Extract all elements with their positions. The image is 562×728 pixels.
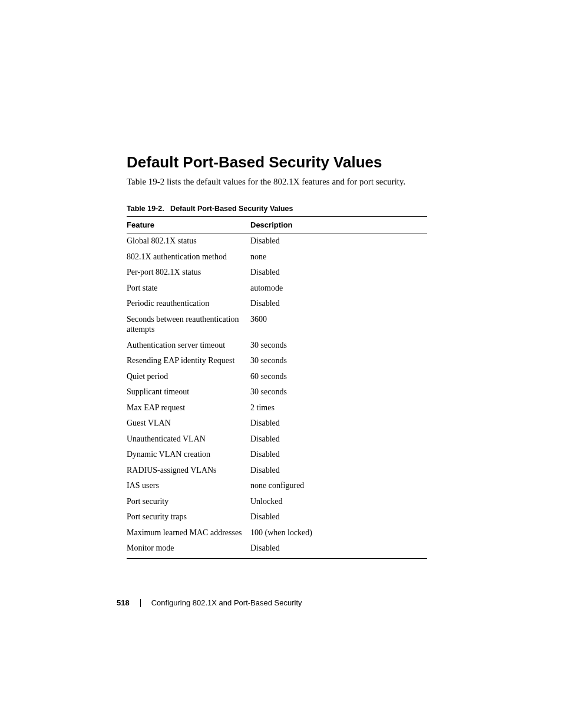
cell-description: Disabled <box>250 416 427 431</box>
table-row: IAS usersnone configured <box>127 478 427 494</box>
table-row: Guest VLANDisabled <box>127 416 427 431</box>
security-values-table: Feature Description Global 802.1X status… <box>127 216 427 559</box>
cell-description: Unlocked <box>250 493 427 509</box>
cell-feature: Periodic reauthentication <box>127 296 250 312</box>
cell-description: Disabled <box>250 431 427 447</box>
cell-feature: RADIUS-assigned VLANs <box>127 462 250 478</box>
table-row: Port securityUnlocked <box>127 493 427 509</box>
table-row: Unauthenticated VLANDisabled <box>127 431 427 447</box>
table-row: Supplicant timeout30 seconds <box>127 384 427 400</box>
intro-paragraph: Table 19-2 lists the default values for … <box>127 176 435 188</box>
cell-description: Disabled <box>250 233 427 249</box>
cell-feature: Monitor mode <box>127 541 250 559</box>
cell-feature: Port security <box>127 493 250 509</box>
table-row: 802.1X authentication methodnone <box>127 249 427 265</box>
cell-description: 60 seconds <box>250 368 427 384</box>
cell-feature: Resending EAP identity Request <box>127 353 250 369</box>
table-row: Maximum learned MAC addresses100 (when l… <box>127 525 427 541</box>
table-row: Resending EAP identity Request30 seconds <box>127 353 427 369</box>
cell-description: automode <box>250 280 427 296</box>
cell-feature: Max EAP request <box>127 400 250 416</box>
cell-description: 3600 <box>250 311 427 337</box>
cell-feature: Per-port 802.1X status <box>127 265 250 281</box>
table-caption-title: Default Port-Based Security Values <box>170 205 293 213</box>
table-caption: Table 19-2. Default Port-Based Security … <box>127 205 435 213</box>
cell-feature: Seconds between reauthentication attempt… <box>127 311 250 337</box>
cell-feature: 802.1X authentication method <box>127 249 250 265</box>
cell-description: 30 seconds <box>250 384 427 400</box>
cell-feature: Port state <box>127 280 250 296</box>
table-row: Monitor modeDisabled <box>127 541 427 559</box>
cell-description: none <box>250 249 427 265</box>
table-row: Quiet period60 seconds <box>127 368 427 384</box>
column-header-feature: Feature <box>127 216 250 233</box>
cell-feature: Maximum learned MAC addresses <box>127 525 250 541</box>
cell-description: 2 times <box>250 400 427 416</box>
cell-description: Disabled <box>250 541 427 559</box>
cell-feature: Dynamic VLAN creation <box>127 447 250 463</box>
table-header-row: Feature Description <box>127 216 427 233</box>
cell-feature: Global 802.1X status <box>127 233 250 249</box>
cell-feature: Guest VLAN <box>127 416 250 431</box>
page: Default Port-Based Security Values Table… <box>0 0 562 728</box>
table-row: Port security trapsDisabled <box>127 509 427 525</box>
footer-divider <box>140 599 141 607</box>
cell-feature: Quiet period <box>127 368 250 384</box>
cell-description: 30 seconds <box>250 353 427 369</box>
table-row: Global 802.1X statusDisabled <box>127 233 427 249</box>
cell-description: Disabled <box>250 447 427 463</box>
table-row: Per-port 802.1X statusDisabled <box>127 265 427 281</box>
table-row: Max EAP request2 times <box>127 400 427 416</box>
cell-description: 100 (when locked) <box>250 525 427 541</box>
table-row: Authentication server timeout30 seconds <box>127 337 427 353</box>
cell-description: none configured <box>250 478 427 494</box>
cell-feature: Port security traps <box>127 509 250 525</box>
cell-feature: Supplicant timeout <box>127 384 250 400</box>
cell-description: 30 seconds <box>250 337 427 353</box>
cell-feature: IAS users <box>127 478 250 494</box>
page-number: 518 <box>117 598 130 607</box>
cell-feature: Unauthenticated VLAN <box>127 431 250 447</box>
cell-description: Disabled <box>250 462 427 478</box>
cell-description: Disabled <box>250 509 427 525</box>
cell-feature: Authentication server timeout <box>127 337 250 353</box>
cell-description: Disabled <box>250 265 427 281</box>
table-row: RADIUS-assigned VLANsDisabled <box>127 462 427 478</box>
section-heading: Default Port-Based Security Values <box>127 153 435 172</box>
table-row: Port stateautomode <box>127 280 427 296</box>
cell-description: Disabled <box>250 296 427 312</box>
table-row: Periodic reauthenticationDisabled <box>127 296 427 312</box>
table-row: Dynamic VLAN creationDisabled <box>127 447 427 463</box>
column-header-description: Description <box>250 216 427 233</box>
chapter-title: Configuring 802.1X and Port-Based Securi… <box>151 598 302 607</box>
table-caption-prefix: Table 19-2. <box>127 205 164 213</box>
page-footer: 518 Configuring 802.1X and Port-Based Se… <box>117 598 302 607</box>
table-row: Seconds between reauthentication attempt… <box>127 311 427 337</box>
